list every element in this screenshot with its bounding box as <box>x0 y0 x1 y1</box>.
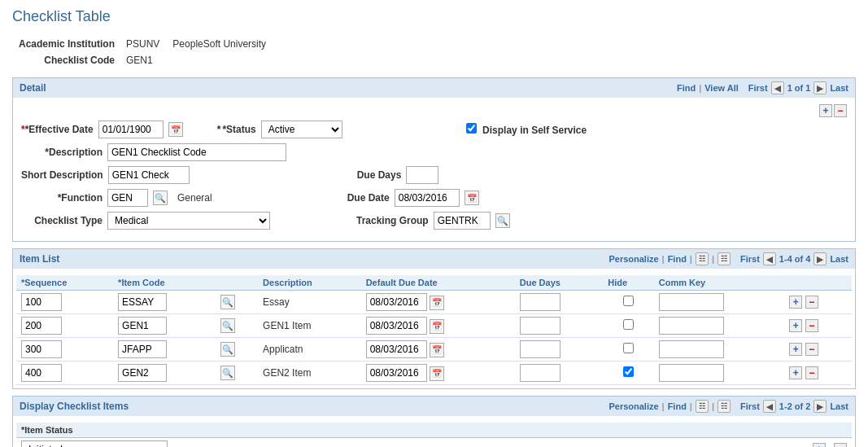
description-input[interactable] <box>107 143 286 161</box>
sequence-input-0[interactable] <box>21 293 62 311</box>
academic-institution-code: PSUNV <box>121 37 164 51</box>
due-date-input-3[interactable] <box>366 364 427 382</box>
status-label: * <box>217 124 221 135</box>
due-date-calendar-icon[interactable]: 📅 <box>465 191 479 205</box>
detail-nav: Find | View All First ◀ 1 of 1 ▶ Last <box>677 81 848 94</box>
detail-remove-button[interactable]: − <box>834 104 847 117</box>
item-list-personalize-link[interactable]: Personalize <box>608 254 658 264</box>
col-actions <box>784 275 852 291</box>
due-days-input-1[interactable] <box>520 317 560 335</box>
display-checklist-next-arrow[interactable]: ▶ <box>813 400 827 413</box>
display-checklist-personalize-link[interactable]: Personalize <box>608 401 658 411</box>
item-code-input-2[interactable] <box>118 340 167 358</box>
comm-key-input-0[interactable] <box>659 293 724 311</box>
due-days-input-3[interactable] <box>520 364 560 382</box>
item-add-button-2[interactable]: + <box>789 343 802 356</box>
due-date-input-0[interactable] <box>366 293 427 311</box>
function-row: *Function 🔍 General Due Date 📅 <box>21 189 847 207</box>
detail-last-label: Last <box>830 83 848 93</box>
item-remove-button-1[interactable]: − <box>805 319 818 332</box>
item-list-first-label: First <box>740 254 760 264</box>
due-days-input-2[interactable] <box>520 340 560 358</box>
sequence-input-3[interactable] <box>21 364 62 382</box>
display-checklist-grid-icon[interactable]: ☷ <box>696 400 709 413</box>
item-status-select-0[interactable]: InitiatedReceivedWaivedIncomplete <box>21 440 168 447</box>
item-add-button-3[interactable]: + <box>789 366 802 379</box>
comm-key-input-1[interactable] <box>659 317 724 335</box>
due-days-input[interactable] <box>406 166 438 184</box>
item-remove-button-3[interactable]: − <box>805 366 818 379</box>
item-list-chart-icon[interactable]: ☷ <box>718 252 731 265</box>
detail-add-button[interactable]: + <box>819 104 832 117</box>
short-description-input[interactable] <box>108 166 190 184</box>
col-comm-key: Comm Key <box>654 275 785 291</box>
item-description-3: GEN2 Item <box>258 362 361 385</box>
item-add-button-1[interactable]: + <box>789 319 802 332</box>
table-row: 🔍 GEN1 Item 📅 + − <box>16 314 852 338</box>
detail-section: Detail Find | View All First ◀ 1 of 1 ▶ … <box>12 77 856 242</box>
status-select[interactable]: Active Inactive <box>261 121 342 138</box>
item-code-search-icon-1[interactable]: 🔍 <box>220 318 235 333</box>
form-info: Academic Institution PSUNV PeopleSoft Un… <box>12 35 856 69</box>
item-code-search-icon-2[interactable]: 🔍 <box>220 342 235 357</box>
checklist-remove-button-0[interactable]: − <box>834 443 847 447</box>
sequence-input-2[interactable] <box>21 340 62 358</box>
sequence-input-1[interactable] <box>21 317 62 335</box>
display-checklist-chart-icon[interactable]: ☷ <box>718 400 731 413</box>
display-checklist-last-label: Last <box>830 401 848 411</box>
detail-next-arrow[interactable]: ▶ <box>813 81 827 94</box>
display-checklist-actions-col <box>179 423 852 438</box>
detail-view-all-link[interactable]: View All <box>704 83 739 93</box>
checklist-add-button-0[interactable]: + <box>813 443 826 447</box>
tracking-group-label: Tracking Group <box>356 215 429 226</box>
detail-first-label: First <box>748 83 768 93</box>
item-code-search-icon-3[interactable]: 🔍 <box>220 366 235 380</box>
checklist-type-label: Checklist Type <box>21 215 103 226</box>
hide-checkbox-2[interactable] <box>623 343 634 353</box>
item-remove-button-0[interactable]: − <box>805 296 818 309</box>
effective-date-input[interactable] <box>98 121 164 138</box>
item-remove-button-2[interactable]: − <box>805 343 818 356</box>
comm-key-input-2[interactable] <box>659 340 724 358</box>
item-code-input-3[interactable] <box>118 364 167 382</box>
item-list-prev-arrow[interactable]: ◀ <box>763 252 776 265</box>
due-date-input[interactable] <box>395 189 460 207</box>
item-code-input-1[interactable] <box>118 317 167 335</box>
hide-checkbox-0[interactable] <box>623 296 634 306</box>
detail-find-link[interactable]: Find <box>677 83 696 93</box>
due-date-input-1[interactable] <box>366 317 427 335</box>
due-date-input-2[interactable] <box>366 340 427 358</box>
description-label: *Description <box>21 147 103 158</box>
academic-institution-label: Academic Institution <box>14 37 120 51</box>
item-code-input-0[interactable] <box>118 293 167 311</box>
item-list-next-arrow[interactable]: ▶ <box>813 252 827 265</box>
hide-checkbox-3[interactable] <box>623 366 634 377</box>
item-code-search-icon-0[interactable]: 🔍 <box>220 295 235 309</box>
comm-key-input-3[interactable] <box>659 364 724 382</box>
function-search-icon[interactable]: 🔍 <box>153 191 168 205</box>
item-list-body: *Sequence *Item Code Description Default… <box>13 269 855 388</box>
hide-checkbox-1[interactable] <box>623 319 634 330</box>
item-list-grid-icon[interactable]: ☷ <box>696 252 709 265</box>
effective-date-calendar-icon[interactable]: 📅 <box>168 122 183 137</box>
display-self-service-checkbox[interactable] <box>466 123 477 134</box>
item-list-find-link[interactable]: Find <box>668 254 687 264</box>
academic-institution-name: PeopleSoft University <box>166 37 271 51</box>
item-add-button-0[interactable]: + <box>789 296 802 309</box>
due-date-cal-icon-3[interactable]: 📅 <box>430 366 444 381</box>
due-days-input-0[interactable] <box>520 293 560 311</box>
tracking-group-search-icon[interactable]: 🔍 <box>495 213 510 228</box>
display-checklist-prev-arrow[interactable]: ◀ <box>763 400 776 413</box>
function-input[interactable] <box>107 189 148 207</box>
list-item: InitiatedReceivedWaivedIncomplete + − <box>16 438 852 448</box>
due-date-cal-icon-0[interactable]: 📅 <box>430 296 444 310</box>
detail-prev-arrow[interactable]: ◀ <box>771 81 784 94</box>
due-date-cal-icon-1[interactable]: 📅 <box>430 319 444 334</box>
checklist-type-select[interactable]: Medical General Financial <box>107 212 270 230</box>
item-list-nav: Personalize | Find | ☷ | ☷ First ◀ 1-4 o… <box>608 252 848 265</box>
function-text: General <box>177 192 212 204</box>
tracking-group-input[interactable] <box>434 212 491 230</box>
due-date-cal-icon-2[interactable]: 📅 <box>430 343 444 357</box>
page-container: Checklist Table Academic Institution PSU… <box>0 0 868 447</box>
display-checklist-find-link[interactable]: Find <box>668 401 687 411</box>
